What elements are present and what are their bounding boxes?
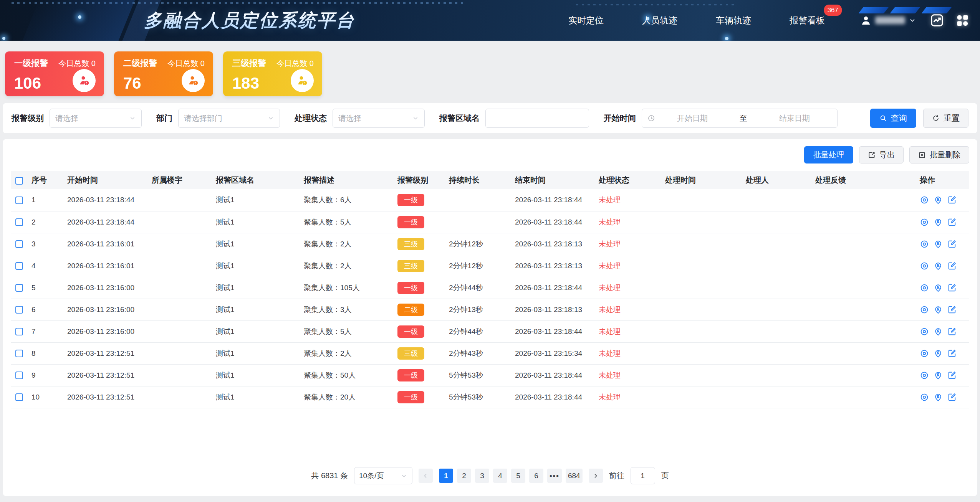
status-unprocessed: 未处理 xyxy=(599,371,621,379)
area-name-input[interactable] xyxy=(485,109,589,128)
edit-button[interactable] xyxy=(947,393,957,402)
view-button[interactable] xyxy=(920,393,929,402)
page-button-684[interactable]: 684 xyxy=(566,469,583,483)
cell-building xyxy=(147,277,211,299)
person-alarm-icon xyxy=(182,69,205,92)
row-checkbox[interactable] xyxy=(15,218,23,226)
row-checkbox[interactable] xyxy=(15,393,23,401)
locate-button[interactable] xyxy=(934,239,943,249)
edit-button[interactable] xyxy=(947,283,957,292)
edit-button[interactable] xyxy=(947,261,957,271)
pagination: 共 6831 条 10条/页 123456•••684 前往 1 页 xyxy=(11,467,969,490)
row-checkbox[interactable] xyxy=(15,328,23,335)
locate-button[interactable] xyxy=(934,195,943,205)
cell-no: 8 xyxy=(27,342,63,364)
card-count: 76 xyxy=(123,75,141,91)
date-range-picker[interactable]: 开始日期 至 结束日期 xyxy=(642,109,838,128)
batch-delete-button[interactable]: 批量删除 xyxy=(909,146,969,163)
cell-area-name: 测试1 xyxy=(211,233,299,255)
row-checkbox[interactable] xyxy=(15,350,23,357)
locate-button[interactable] xyxy=(934,349,943,358)
page-button-3[interactable]: 3 xyxy=(475,469,489,483)
cell-area-name: 测试1 xyxy=(211,189,299,211)
next-page-button[interactable] xyxy=(589,469,603,483)
goto-page-input[interactable]: 1 xyxy=(631,467,655,484)
nav-item-alarm-board[interactable]: 报警看板367 xyxy=(790,15,825,26)
edit-button[interactable] xyxy=(947,371,957,380)
end-date-placeholder[interactable]: 结束日期 xyxy=(757,113,832,124)
department-select[interactable]: 请选择部门 xyxy=(178,109,280,128)
edit-button[interactable] xyxy=(947,349,957,358)
person-alarm-icon xyxy=(291,69,314,92)
status-unprocessed: 未处理 xyxy=(599,305,621,314)
edit-button[interactable] xyxy=(947,305,957,314)
locate-button[interactable] xyxy=(934,393,943,402)
cell-end-time: 2026-03-11 23:15:34 xyxy=(510,342,594,364)
status-unprocessed: 未处理 xyxy=(599,196,621,204)
page-button-4[interactable]: 4 xyxy=(493,469,507,483)
monitor-trend-icon[interactable] xyxy=(929,13,945,28)
row-checkbox[interactable] xyxy=(15,240,23,248)
cell-area-name: 测试1 xyxy=(211,342,299,364)
view-button[interactable] xyxy=(920,195,929,205)
export-button[interactable]: 导出 xyxy=(859,146,904,163)
edit-button[interactable] xyxy=(947,218,957,227)
view-button[interactable] xyxy=(920,261,929,271)
page-more-button[interactable]: ••• xyxy=(547,469,562,483)
cell-area-name: 测试1 xyxy=(211,299,299,320)
edit-button[interactable] xyxy=(947,327,957,336)
row-checkbox[interactable] xyxy=(15,262,23,270)
view-button[interactable] xyxy=(920,371,929,380)
cell-handle-time xyxy=(661,342,741,364)
search-button[interactable]: 查询 xyxy=(870,109,916,128)
view-button[interactable] xyxy=(920,218,929,227)
nav-item-vehicle-track[interactable]: 车辆轨迹 xyxy=(716,15,751,26)
prev-page-button[interactable] xyxy=(419,469,433,483)
view-button[interactable] xyxy=(920,327,929,336)
cell-handler xyxy=(741,342,811,364)
reset-button[interactable]: 重置 xyxy=(923,109,968,128)
start-date-placeholder[interactable]: 开始日期 xyxy=(655,113,730,124)
view-button[interactable] xyxy=(920,349,929,358)
locate-button[interactable] xyxy=(934,371,943,380)
page-size-select[interactable]: 10条/页 xyxy=(354,467,412,484)
page-button-5[interactable]: 5 xyxy=(511,469,525,483)
edit-button[interactable] xyxy=(947,239,957,249)
table-row: 92026-03-11 23:12:51测试1聚集人数：50人一级5分钟53秒2… xyxy=(11,364,969,386)
locate-button[interactable] xyxy=(934,261,943,271)
view-button[interactable] xyxy=(920,239,929,249)
person-alarm-icon xyxy=(73,69,96,92)
cell-description: 聚集人数：2人 xyxy=(299,233,393,255)
alarm-level-select[interactable]: 请选择 xyxy=(50,109,142,128)
clock-icon xyxy=(647,114,655,122)
col-feedback: 处理反馈 xyxy=(811,171,915,189)
row-checkbox[interactable] xyxy=(15,306,23,314)
batch-process-button[interactable]: 批量处理 xyxy=(804,146,853,163)
table-toolbar: 批量处理 导出 批量删除 xyxy=(11,146,969,163)
locate-button[interactable] xyxy=(934,305,943,314)
row-checkbox[interactable] xyxy=(15,284,23,292)
nav-item-personnel-track[interactable]: 人员轨迹 xyxy=(642,15,677,26)
select-all-checkbox[interactable] xyxy=(15,177,23,185)
level-badge: 一级 xyxy=(397,282,424,294)
user-menu[interactable] xyxy=(860,15,916,26)
edit-button[interactable] xyxy=(947,195,957,205)
cell-end-time: 2026-03-11 23:18:44 xyxy=(510,211,594,233)
process-state-select[interactable]: 请选择 xyxy=(333,109,425,128)
page-button-6[interactable]: 6 xyxy=(529,469,543,483)
status-unprocessed: 未处理 xyxy=(599,240,621,248)
cell-duration: 2分钟44秒 xyxy=(444,277,510,299)
apps-grid-icon[interactable] xyxy=(955,13,970,28)
view-button[interactable] xyxy=(920,283,929,292)
view-button[interactable] xyxy=(920,305,929,314)
locate-button[interactable] xyxy=(934,218,943,227)
locate-button[interactable] xyxy=(934,283,943,292)
nav-item-realtime-location[interactable]: 实时定位 xyxy=(568,15,604,26)
row-checkbox[interactable] xyxy=(15,372,23,379)
row-checkbox[interactable] xyxy=(15,197,23,204)
page-button-2[interactable]: 2 xyxy=(457,469,471,483)
cell-duration: 5分钟53秒 xyxy=(444,386,510,408)
page-number-list: 123456•••684 xyxy=(439,469,583,483)
page-button-1[interactable]: 1 xyxy=(439,469,453,483)
locate-button[interactable] xyxy=(934,327,943,336)
